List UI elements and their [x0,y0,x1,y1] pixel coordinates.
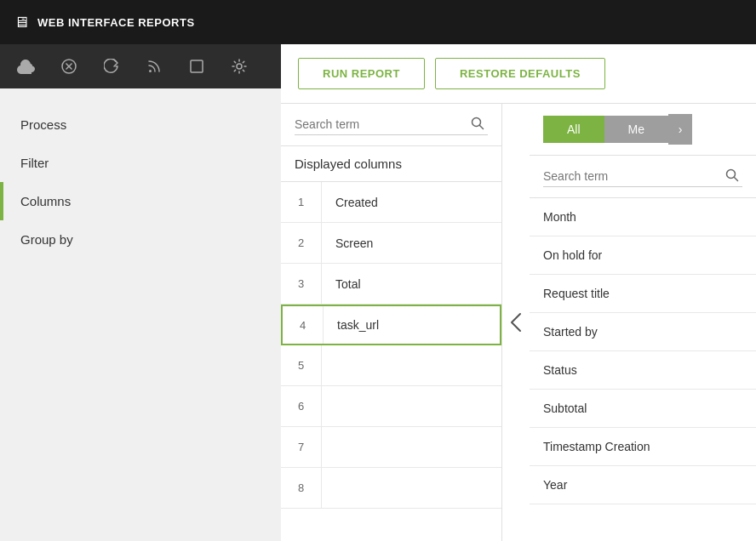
close-icon-btn[interactable] [49,49,89,83]
list-item[interactable]: Timestamp Creation [530,428,756,466]
right-panel: All Me › MonthOn hold forRequest t [530,104,756,541]
sidebar-nav: Process Filter Columns Group by [0,88,281,276]
right-search-bar [530,156,756,198]
left-panel: Displayed columns 1 Created 2 Screen 3 T… [281,104,502,541]
table-row[interactable]: 8 [281,468,501,509]
list-item[interactable]: Year [530,466,756,504]
col-name: Total [322,277,375,291]
restore-defaults-button[interactable]: RESTORE DEFAULTS [435,58,605,89]
right-search-input[interactable] [543,166,742,187]
tab-bar: All Me › [530,104,756,156]
sidebar-item-process[interactable]: Process [0,105,281,144]
svg-line-8 [735,177,738,180]
list-item[interactable]: On hold for [530,236,756,275]
right-search-icon [725,168,739,185]
col-number: 2 [281,223,322,263]
sidebar-toolbar [0,44,281,88]
list-item[interactable]: Month [530,198,756,236]
app-title: WEB INTERFACE REPORTS [37,16,195,29]
refresh-icon-btn[interactable] [92,49,131,83]
sidebar-item-filter[interactable]: Filter [0,144,281,182]
rss-icon [146,59,162,74]
col-number: 5 [281,345,322,385]
col-number: 3 [281,264,322,304]
table-row[interactable]: 7 [281,427,501,468]
settings-icon [232,59,247,74]
columns-header: Displayed columns [281,146,501,182]
table-row[interactable]: 3 Total [281,264,501,305]
svg-line-6 [480,125,484,128]
col-number: 8 [281,468,322,508]
list-item[interactable]: Request title [530,275,756,313]
col-number: 4 [283,306,324,344]
col-name: Created [322,196,392,209]
table-row[interactable]: 4 task_url [281,305,501,345]
table-row[interactable]: 5 [281,345,501,386]
run-report-button[interactable]: RUN REPORT [298,58,425,89]
left-search-bar [281,104,501,146]
refresh-icon [104,59,119,74]
table-row[interactable]: 6 [281,386,501,427]
columns-table: 1 Created 2 Screen 3 Total 4 task_url 5 … [281,182,501,541]
svg-point-4 [237,64,242,69]
tab-me[interactable]: Me [604,116,668,143]
tab-all[interactable]: All [543,116,604,143]
sidebar: Process Filter Columns Group by [0,44,281,541]
tab-more-button[interactable]: › [668,114,692,145]
col-name: task_url [324,318,392,332]
list-item[interactable]: Status [530,351,756,390]
left-search-input[interactable] [295,114,488,135]
col-name: Screen [322,236,387,250]
move-left-button[interactable] [502,104,530,541]
app-logo-icon: 🖥 [14,14,29,31]
settings-icon-btn[interactable] [220,49,259,83]
table-row[interactable]: 2 Screen [281,223,501,264]
main-content: RUN REPORT RESTORE DEFAULTS Displayed co… [281,44,756,541]
table-row[interactable]: 1 Created [281,182,501,223]
app-header: 🖥 WEB INTERFACE REPORTS [0,0,756,44]
col-number: 6 [281,386,322,426]
app-layout: Process Filter Columns Group by RUN REPO… [0,44,756,541]
options-list: MonthOn hold forRequest titleStarted byS… [530,198,756,541]
action-bar: RUN REPORT RESTORE DEFAULTS [281,44,756,104]
cloud-icon [17,59,36,74]
list-item[interactable]: Subtotal [530,390,756,428]
square-icon-btn[interactable] [177,49,216,83]
rss-icon-btn[interactable] [135,49,174,83]
sidebar-item-columns[interactable]: Columns [0,182,281,220]
col-number: 7 [281,427,322,467]
col-number: 1 [281,182,322,222]
list-item[interactable]: Started by [530,313,756,351]
square-icon [189,59,204,74]
left-search-icon [471,117,484,134]
cloud-icon-btn[interactable] [7,49,46,83]
panels: Displayed columns 1 Created 2 Screen 3 T… [281,104,756,541]
svg-rect-3 [191,60,203,72]
sidebar-item-groupby[interactable]: Group by [0,220,281,259]
close-icon [61,59,77,74]
